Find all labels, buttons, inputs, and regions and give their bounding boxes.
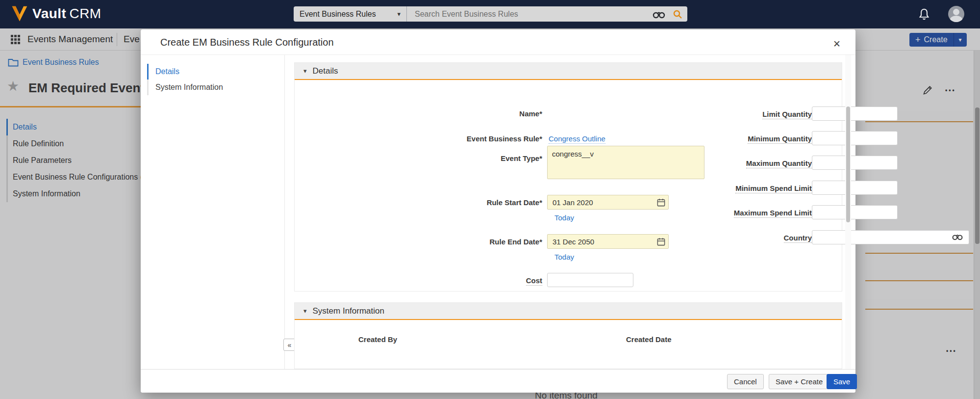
modal-nav-details[interactable]: Details [147,64,279,80]
rule-start-date-label: Rule Start Date* [390,198,542,207]
modal-nav-system-information[interactable]: System Information [147,80,279,95]
start-date-today-link[interactable]: Today [554,213,574,222]
create-record-modal: Create EM Business Rule Configuration ✕ … [141,29,855,393]
details-section-title: Details [313,66,338,76]
limit-quantity-label: Limit Quantity [694,110,812,118]
search-input[interactable] [415,10,652,19]
event-type-label: Event Type* [390,154,542,162]
country-input[interactable] [812,230,969,244]
search-scope-value: Event Business Rules [300,10,394,19]
calendar-icon[interactable] [656,237,666,248]
event-type-input[interactable]: congress__v [547,146,704,179]
modal-scrollbar-thumb[interactable] [846,106,850,222]
global-search: Event Business Rules ▾ [294,6,687,22]
chevron-down-icon: ▾ [303,307,307,315]
minimum-quantity-input[interactable] [812,131,898,145]
search-scope-dropdown[interactable]: Event Business Rules ▾ [294,6,407,22]
event-business-rule-value-link[interactable]: Congress Outline [549,134,605,144]
minimum-spend-limit-label: Minimum Spend Limit [694,184,812,192]
calendar-icon[interactable] [656,198,666,209]
brand-text: VaultCRM [32,6,101,22]
user-avatar[interactable] [948,6,964,22]
details-section: ▾ Details Name* Event Business Rule* Con… [294,62,842,292]
system-information-section-header[interactable]: ▾ System Information [295,303,842,320]
rule-end-date-label: Rule End Date* [390,238,542,246]
brand-vault: Vault [32,6,66,21]
cost-label: Cost [390,276,542,285]
advanced-search-binoculars-icon[interactable] [652,10,666,19]
modal-footer: Cancel Save + Create Save [141,369,855,393]
created-date-label: Created Date [626,335,672,344]
rule-end-date-field [547,234,669,249]
avatar-head-shape [953,9,959,15]
cancel-button[interactable]: Cancel [727,374,764,389]
created-by-label: Created By [358,335,397,344]
vault-crm-logo[interactable]: VaultCRM [11,5,101,23]
event-business-rule-label: Event Business Rule* [390,134,542,143]
minimum-quantity-label: Minimum Quantity [694,134,812,143]
system-information-section: ▾ System Information Created By Created … [294,302,842,369]
modal-header: Create EM Business Rule Configuration ✕ [141,29,855,55]
end-date-today-link[interactable]: Today [554,253,574,261]
system-information-section-title: System Information [313,306,384,316]
modal-scrollbar[interactable] [845,55,851,369]
maximum-quantity-label: Maximum Quantity [694,159,812,167]
maximum-spend-limit-label: Maximum Spend Limit [694,209,812,217]
name-label: Name* [405,109,542,118]
modal-title: Create EM Business Rule Configuration [160,37,334,48]
vault-v-logo-icon [11,5,28,23]
maximum-quantity-input[interactable] [812,156,898,170]
minimum-spend-limit-input[interactable] [812,181,898,195]
country-label: Country [694,234,812,242]
limit-quantity-input[interactable] [812,106,898,121]
close-icon[interactable]: ✕ [831,36,843,52]
rule-start-date-input[interactable] [548,195,668,209]
avatar-body-shape [950,16,962,22]
chevron-down-icon: ▾ [397,10,401,18]
top-navigation-bar: VaultCRM Event Business Rules ▾ [0,0,980,28]
application-window: VaultCRM Event Business Rules ▾ [0,0,980,399]
save-create-button[interactable]: Save + Create [769,374,829,389]
cost-input[interactable] [547,273,633,287]
rule-start-date-field [547,195,669,210]
save-button[interactable]: Save [827,374,857,389]
details-section-header[interactable]: ▾ Details [295,63,842,80]
maximum-spend-limit-input[interactable] [812,205,898,219]
country-lookup-binoculars-icon[interactable] [952,233,963,240]
chevron-down-icon: ▾ [303,67,307,75]
modal-nav-divider [284,55,285,369]
search-input-wrap [407,6,687,22]
search-icon[interactable] [673,9,682,19]
brand-crm: CRM [69,6,101,21]
rule-end-date-input[interactable] [548,235,668,248]
modal-section-nav: Details System Information [147,64,279,95]
notifications-bell-icon[interactable] [918,8,930,21]
